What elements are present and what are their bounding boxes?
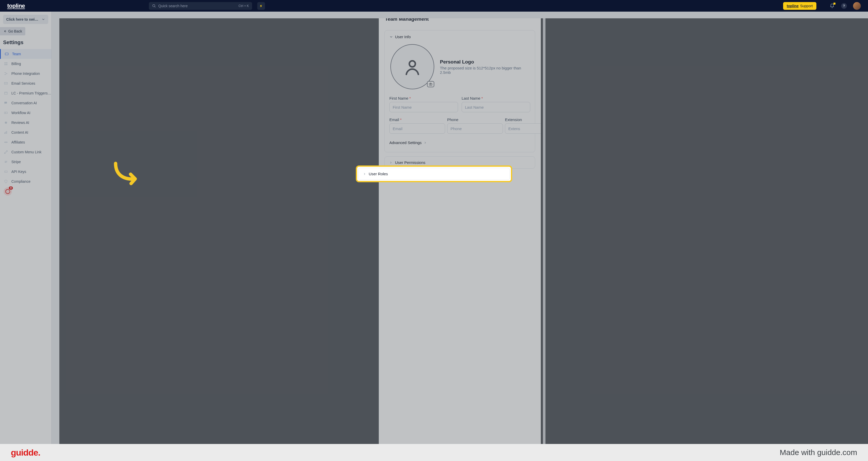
svg-rect-11: [4, 82, 7, 84]
sidebar-item-custom-menu-link[interactable]: Custom Menu Link: [0, 147, 51, 157]
required-icon: *: [409, 96, 411, 100]
support-button[interactable]: topline Support: [783, 2, 816, 10]
affiliates-icon: [4, 140, 8, 145]
notification-dot-icon: [833, 3, 836, 5]
svg-point-22: [409, 61, 415, 67]
search-placeholder: Quick search here: [158, 4, 236, 8]
bolt-icon: [259, 4, 263, 8]
svg-rect-12: [4, 102, 7, 103]
top-bar: topline Quick search here Ctrl + K topli…: [0, 0, 868, 11]
advanced-settings-label: Advanced Settings: [390, 141, 422, 145]
logo-subtitle: The proposed size is 512*512px no bigger…: [440, 66, 530, 74]
advanced-settings-toggle[interactable]: Advanced Settings: [390, 141, 530, 145]
search-shortcut: Ctrl + K: [239, 4, 249, 8]
go-back-button[interactable]: Go Back: [0, 27, 25, 35]
guidde-tagline: Made with guidde.com: [780, 448, 857, 457]
chevron-down-icon: [390, 35, 393, 39]
phone-icon: [4, 71, 8, 76]
guidde-footer: guidde. Made with guidde.com: [0, 444, 868, 461]
chevron-right-icon: [424, 141, 427, 144]
sidebar-badge: 9: [9, 186, 13, 190]
svg-rect-23: [429, 83, 432, 86]
guidde-logo: guidde.: [11, 448, 40, 458]
help-button[interactable]: ?: [841, 3, 847, 9]
settings-sidebar: Click here to swi… Go Back Settings Team…: [0, 11, 52, 444]
team-icon: [4, 52, 9, 56]
user-roles-row[interactable]: User Roles: [358, 168, 510, 180]
required-icon: *: [482, 96, 483, 100]
bolt-button[interactable]: [257, 2, 265, 10]
sidebar-item-label: Compliance: [11, 179, 30, 184]
logo-uploader[interactable]: [391, 44, 434, 89]
sidebar-item-label: Stripe: [11, 160, 21, 164]
svg-point-10: [7, 73, 7, 74]
global-search[interactable]: Quick search here Ctrl + K: [149, 2, 252, 10]
svg-point-24: [430, 84, 431, 85]
svg-rect-15: [4, 132, 5, 134]
sidebar-item-affiliates[interactable]: Affiliates: [0, 137, 51, 147]
svg-rect-7: [6, 64, 7, 65]
sidebar-item-stripe[interactable]: Stripe: [0, 157, 51, 167]
sidebar-item-content-ai[interactable]: Content AI: [0, 127, 51, 137]
svg-rect-16: [5, 132, 6, 134]
sidebar-item-label: Custom Menu Link: [11, 150, 41, 154]
svg-rect-5: [6, 62, 7, 63]
extension-input[interactable]: [505, 123, 541, 134]
sidebar-item-workflow-ai[interactable]: AI Workflow AI: [0, 108, 51, 118]
sidebar-item-label: Team: [12, 52, 21, 56]
sidebar-item-label: Billing: [11, 62, 21, 66]
search-icon: [152, 4, 156, 8]
account-switcher[interactable]: Click here to swi…: [3, 15, 48, 24]
last-name-input[interactable]: [462, 102, 530, 112]
sidebar-item-label: Reviews AI: [11, 121, 29, 125]
sidebar-item-email[interactable]: Email Services: [0, 79, 51, 88]
user-info-header[interactable]: User Info: [390, 35, 530, 39]
svg-text:12: 12: [5, 171, 6, 173]
user-roles-label: User Roles: [369, 172, 388, 176]
sidebar-item-billing[interactable]: Billing: [0, 59, 51, 69]
required-icon: *: [400, 118, 402, 122]
notifications-button[interactable]: [829, 3, 835, 9]
sidebar-item-lc-triggers[interactable]: LC - Premium Triggers…: [0, 88, 51, 98]
sidebar-item-label: Workflow AI: [11, 111, 30, 115]
sidebar-item-phone[interactable]: Phone Integration: [0, 69, 51, 79]
workflow-icon: AI: [4, 111, 8, 115]
sidebar-item-reviews-ai[interactable]: Reviews AI: [0, 118, 51, 127]
billing-icon: [4, 61, 8, 66]
sidebar-item-label: Conversation AI: [11, 101, 37, 105]
email-input[interactable]: [390, 123, 445, 134]
last-name-label: Last Name: [462, 96, 480, 100]
user-info-card: User Info Personal Logo: [384, 30, 535, 152]
help-label: ?: [843, 4, 845, 8]
email-label: Email: [390, 118, 399, 122]
arrow-left-icon: [3, 29, 7, 33]
chevron-down-icon: [41, 18, 45, 21]
sidebar-item-label: Affiliates: [11, 140, 25, 144]
phone-input[interactable]: [447, 123, 503, 134]
svg-rect-6: [5, 64, 6, 65]
panel-scrollbar[interactable]: [543, 18, 546, 444]
svg-line-1: [155, 6, 155, 7]
user-icon: [403, 58, 421, 76]
sidebar-item-api-keys[interactable]: 12 API Keys: [0, 167, 51, 177]
shield-icon: [4, 179, 8, 184]
svg-rect-17: [6, 131, 7, 134]
api-icon: 12: [4, 169, 8, 174]
camera-icon: [427, 81, 434, 87]
svg-rect-19: [6, 151, 7, 152]
sidebar-item-conversation-ai[interactable]: Conversation AI: [0, 98, 51, 108]
svg-point-9: [5, 74, 5, 75]
mail-icon: [4, 81, 8, 86]
chevron-right-icon: [390, 161, 393, 164]
link-icon: [4, 150, 8, 154]
user-avatar[interactable]: [853, 2, 861, 10]
sidebar-item-team[interactable]: Team: [0, 49, 51, 59]
user-permissions-label: User Permissions: [395, 160, 426, 165]
sidebar-avatar-icon: 9: [4, 187, 12, 196]
store-icon: [4, 91, 8, 95]
sidebar-profile[interactable]: 9: [0, 186, 51, 197]
sidebar-item-compliance[interactable]: Compliance: [0, 177, 51, 186]
sidebar-heading: Settings: [0, 38, 51, 49]
first-name-input[interactable]: [390, 102, 458, 112]
sidebar-item-label: Email Services: [11, 81, 35, 86]
